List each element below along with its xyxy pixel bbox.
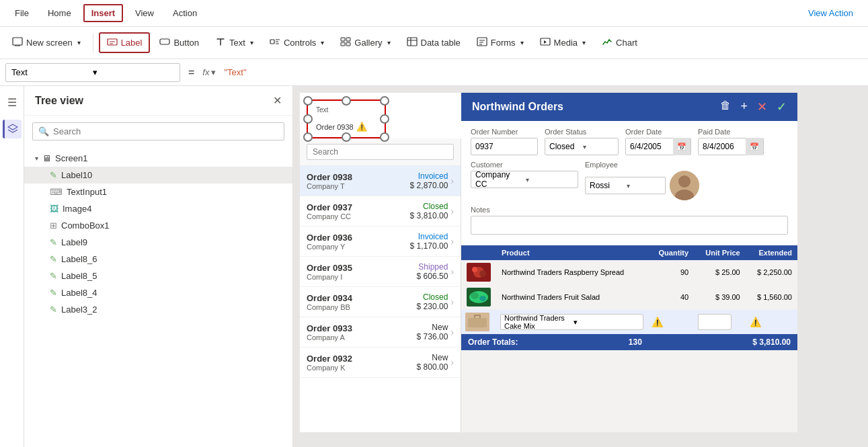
media-button[interactable]: Media ▾ [533, 34, 592, 52]
chart-icon [602, 36, 613, 49]
order-search-input[interactable] [307, 144, 454, 160]
svg-point-21 [479, 296, 486, 301]
adding-qty-input[interactable] [698, 314, 732, 330]
handle-br[interactable] [380, 132, 389, 142]
label9-icon: ✎ [50, 237, 57, 247]
formula-input[interactable]: "Text" [220, 66, 863, 79]
tree-item-combobox1[interactable]: ⊞ ComboBox1 [24, 217, 292, 234]
screen-icon: 🖥 [42, 153, 51, 163]
notes-input[interactable] [471, 216, 788, 235]
order-date-input[interactable]: 📅 [625, 138, 691, 155]
tree-item-label8-4[interactable]: ✎ Label8_4 [24, 284, 292, 301]
order-number-input[interactable]: 0937 [471, 138, 538, 155]
svg-point-12 [678, 175, 691, 188]
data-table-button[interactable]: Data table [400, 34, 467, 52]
delete-icon[interactable]: 🗑 [720, 99, 731, 114]
formula-dropdown-value: Text [11, 67, 93, 77]
tree-item-screen1[interactable]: ▾ 🖥 Screen1 [24, 150, 292, 167]
product-row-0: Northwind Traders Raspberry Spread 90 $ … [461, 260, 797, 285]
order-date-field: Order Date 📅 [625, 128, 691, 155]
paid-date-value[interactable] [699, 138, 746, 155]
image4-icon: 🖼 [50, 204, 58, 214]
svg-rect-6 [341, 42, 345, 46]
order-item-0935[interactable]: Order 0935 Company I Shipped $ 606.50 › [300, 257, 461, 287]
tree-item-label3-2[interactable]: ✎ Label3_2 [24, 301, 292, 318]
selected-label-box[interactable]: Text Order 0938 ⚠️ [307, 99, 386, 138]
order-0936-amount: $ 1,170.00 [410, 241, 448, 251]
tree-item-label8-6[interactable]: ✎ Label8_6 [24, 251, 292, 268]
tree-item-textinput1-label: TextInput1 [67, 187, 107, 197]
order-status-select[interactable]: Closed ▾ [545, 138, 619, 155]
handle-bl[interactable] [303, 132, 313, 142]
close-x-icon[interactable]: ✕ [757, 99, 767, 114]
order-item-0932[interactable]: Order 0932 Company K New $ 800.00 › [300, 348, 461, 378]
forms-icon [477, 36, 487, 49]
order-item-0936[interactable]: Order 0936 Company Y Invoiced $ 1,170.00… [300, 227, 461, 257]
customer-select[interactable]: Company CC ▾ [471, 171, 578, 188]
product-qty-1: 40 [647, 285, 694, 310]
handle-tm[interactable] [342, 96, 351, 106]
order-item-0938[interactable]: Order 0938 Company T Invoiced $ 2,870.00… [300, 166, 461, 196]
media-icon [540, 36, 551, 49]
app-screen: Text Order 0938 ⚠️ Order 0938 Company T [300, 93, 797, 432]
tree-item-label10[interactable]: ✎ Label10 [24, 167, 292, 184]
search-input[interactable] [53, 126, 278, 136]
layers-icon[interactable] [3, 120, 22, 138]
main-layout: ☰ Tree view ✕ 🔍 ▾ 🖥 Screen1 ✎ Label10 [0, 86, 868, 447]
add-icon[interactable]: + [740, 99, 748, 114]
order-0937-company: Company CC [307, 212, 410, 220]
employee-select[interactable]: Rossi ▾ [585, 177, 666, 194]
check-icon[interactable]: ✓ [777, 99, 787, 114]
tree-item-label9[interactable]: ✎ Label9 [24, 234, 292, 251]
chart-button[interactable]: Chart [595, 34, 644, 52]
new-screen-button[interactable]: New screen ▾ [5, 34, 87, 52]
hamburger-menu-icon[interactable]: ☰ [3, 93, 22, 112]
order-0935-info: Order 0935 Company I [307, 263, 417, 281]
sidebar-icons: ☰ [0, 86, 24, 447]
order-item-0933[interactable]: Order 0933 Company A New $ 736.00 › [300, 317, 461, 348]
formula-dropdown[interactable]: Text ▾ [5, 63, 180, 82]
controls-button[interactable]: Controls ▾ [263, 34, 331, 52]
gallery-label: Gallery [354, 38, 382, 48]
text-button[interactable]: Text ▾ [208, 34, 260, 52]
menu-action[interactable]: Action [166, 5, 204, 21]
adding-product-arrow: ▾ [574, 318, 640, 327]
handle-bm[interactable] [342, 132, 351, 142]
order-0938-info: Order 0938 Company T [307, 172, 410, 190]
tree-item-image4[interactable]: 🖼 Image4 [24, 200, 292, 217]
order-0934-info: Order 0934 Company BB [307, 293, 417, 311]
paid-date-input[interactable]: 📅 [698, 138, 764, 155]
menu-file[interactable]: File [8, 5, 36, 21]
product-extended-1: $ 1,560.00 [746, 285, 797, 310]
order-item-0937[interactable]: Order 0937 Company CC Closed $ 3,810.00 … [300, 196, 461, 227]
adding-product-select[interactable]: Northwind Traders Cake Mix ▾ [500, 314, 643, 330]
svg-point-16 [472, 267, 477, 272]
handle-mr[interactable] [380, 114, 389, 124]
handle-tr[interactable] [380, 96, 389, 106]
order-item-0934[interactable]: Order 0934 Company BB Closed $ 230.00 › [300, 287, 461, 317]
order-0932-right: New $ 800.00 [417, 353, 448, 372]
menu-view[interactable]: View [128, 5, 161, 21]
label-button[interactable]: Label [99, 32, 151, 53]
tree-search-box[interactable]: 🔍 [32, 122, 284, 140]
tree-item-textinput1[interactable]: ⌨ TextInput1 [24, 184, 292, 200]
svg-rect-5 [346, 38, 350, 41]
gallery-chevron: ▾ [387, 39, 391, 46]
paid-date-picker-button[interactable]: 📅 [746, 138, 763, 155]
gallery-button[interactable]: Gallery ▾ [333, 34, 397, 52]
handle-ml[interactable] [303, 114, 313, 124]
handle-tl[interactable] [303, 96, 313, 106]
order-0935-right: Shipped $ 606.50 [417, 262, 448, 281]
menu-home[interactable]: Home [41, 5, 78, 21]
tree-arrow-screen1: ▾ [35, 155, 38, 162]
tree-close-button[interactable]: ✕ [273, 94, 282, 107]
order-0936-company: Company Y [307, 243, 410, 251]
order-date-picker-button[interactable]: 📅 [673, 138, 691, 155]
formula-fx-button[interactable]: fx ▾ [202, 67, 216, 77]
button-button[interactable]: Button [153, 34, 206, 52]
view-action-link[interactable]: View Action [801, 5, 860, 21]
order-date-value[interactable] [626, 138, 673, 155]
menu-insert[interactable]: Insert [83, 4, 123, 22]
forms-button[interactable]: Forms ▾ [470, 34, 530, 52]
tree-item-label8-5[interactable]: ✎ Label8_5 [24, 268, 292, 284]
